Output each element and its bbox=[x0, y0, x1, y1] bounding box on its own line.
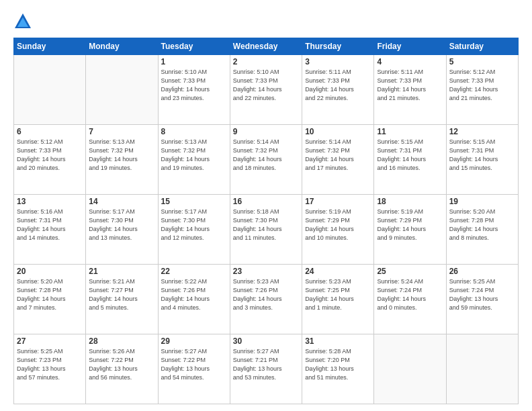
day-number: 6 bbox=[17, 127, 83, 136]
day-info: Sunrise: 5:17 AM Sunset: 7:30 PM Dayligh… bbox=[161, 208, 227, 242]
day-info: Sunrise: 5:12 AM Sunset: 7:33 PM Dayligh… bbox=[17, 138, 83, 173]
day-number: 19 bbox=[449, 197, 515, 206]
calendar-cell: 2Sunrise: 5:10 AM Sunset: 7:33 PM Daylig… bbox=[230, 55, 302, 125]
day-number: 10 bbox=[305, 127, 371, 136]
day-info: Sunrise: 5:27 AM Sunset: 7:22 PM Dayligh… bbox=[161, 347, 227, 382]
day-info: Sunrise: 5:20 AM Sunset: 7:28 PM Dayligh… bbox=[17, 277, 83, 312]
day-number: 26 bbox=[449, 267, 515, 276]
day-info: Sunrise: 5:15 AM Sunset: 7:31 PM Dayligh… bbox=[449, 138, 515, 173]
day-info: Sunrise: 5:10 AM Sunset: 7:33 PM Dayligh… bbox=[233, 68, 299, 103]
calendar-cell bbox=[86, 55, 158, 125]
calendar-cell: 16Sunrise: 5:18 AM Sunset: 7:30 PM Dayli… bbox=[230, 195, 302, 265]
day-number: 22 bbox=[161, 267, 227, 276]
calendar-body: 1Sunrise: 5:10 AM Sunset: 7:33 PM Daylig… bbox=[14, 55, 519, 404]
calendar-cell: 11Sunrise: 5:15 AM Sunset: 7:31 PM Dayli… bbox=[374, 125, 446, 195]
calendar-cell: 23Sunrise: 5:23 AM Sunset: 7:26 PM Dayli… bbox=[230, 265, 302, 334]
calendar-cell: 10Sunrise: 5:14 AM Sunset: 7:32 PM Dayli… bbox=[302, 125, 374, 195]
day-number: 25 bbox=[377, 267, 443, 276]
day-info: Sunrise: 5:18 AM Sunset: 7:30 PM Dayligh… bbox=[233, 208, 299, 242]
calendar-cell: 5Sunrise: 5:12 AM Sunset: 7:33 PM Daylig… bbox=[446, 55, 518, 125]
day-info: Sunrise: 5:25 AM Sunset: 7:23 PM Dayligh… bbox=[17, 347, 83, 382]
day-number: 7 bbox=[89, 127, 154, 136]
day-number: 15 bbox=[161, 197, 227, 206]
day-number: 16 bbox=[233, 197, 299, 206]
calendar-cell: 31Sunrise: 5:28 AM Sunset: 7:20 PM Dayli… bbox=[302, 334, 374, 404]
day-info: Sunrise: 5:14 AM Sunset: 7:32 PM Dayligh… bbox=[233, 138, 299, 173]
day-info: Sunrise: 5:16 AM Sunset: 7:31 PM Dayligh… bbox=[17, 208, 83, 242]
calendar-week-row: 27Sunrise: 5:25 AM Sunset: 7:23 PM Dayli… bbox=[14, 334, 519, 404]
calendar-cell: 20Sunrise: 5:20 AM Sunset: 7:28 PM Dayli… bbox=[14, 265, 86, 334]
day-info: Sunrise: 5:25 AM Sunset: 7:24 PM Dayligh… bbox=[449, 277, 515, 312]
day-number: 24 bbox=[305, 267, 371, 276]
day-info: Sunrise: 5:27 AM Sunset: 7:21 PM Dayligh… bbox=[233, 347, 299, 382]
calendar-cell: 29Sunrise: 5:27 AM Sunset: 7:22 PM Dayli… bbox=[158, 334, 230, 404]
logo bbox=[13, 12, 35, 31]
logo-icon bbox=[13, 12, 32, 31]
calendar-cell: 25Sunrise: 5:24 AM Sunset: 7:24 PM Dayli… bbox=[374, 265, 446, 334]
day-info: Sunrise: 5:11 AM Sunset: 7:33 PM Dayligh… bbox=[305, 68, 371, 103]
calendar: SundayMondayTuesdayWednesdayThursdayFrid… bbox=[13, 38, 519, 404]
day-number: 30 bbox=[233, 336, 299, 346]
day-number: 28 bbox=[89, 336, 154, 346]
day-number: 5 bbox=[449, 57, 515, 66]
weekday-header-cell: Sunday bbox=[14, 38, 86, 55]
calendar-cell: 21Sunrise: 5:21 AM Sunset: 7:27 PM Dayli… bbox=[86, 265, 158, 334]
page: SundayMondayTuesdayWednesdayThursdayFrid… bbox=[0, 0, 532, 411]
day-info: Sunrise: 5:23 AM Sunset: 7:25 PM Dayligh… bbox=[305, 277, 371, 312]
weekday-header-cell: Saturday bbox=[446, 38, 518, 55]
header bbox=[13, 12, 519, 31]
day-number: 2 bbox=[233, 57, 299, 66]
day-info: Sunrise: 5:13 AM Sunset: 7:32 PM Dayligh… bbox=[161, 138, 227, 173]
calendar-cell: 27Sunrise: 5:25 AM Sunset: 7:23 PM Dayli… bbox=[14, 334, 86, 404]
day-info: Sunrise: 5:14 AM Sunset: 7:32 PM Dayligh… bbox=[305, 138, 371, 173]
day-info: Sunrise: 5:10 AM Sunset: 7:33 PM Dayligh… bbox=[161, 68, 227, 103]
weekday-header-cell: Thursday bbox=[302, 38, 374, 55]
calendar-week-row: 20Sunrise: 5:20 AM Sunset: 7:28 PM Dayli… bbox=[14, 265, 519, 334]
weekday-header-cell: Tuesday bbox=[158, 38, 230, 55]
day-info: Sunrise: 5:13 AM Sunset: 7:32 PM Dayligh… bbox=[89, 138, 154, 173]
day-number: 31 bbox=[305, 336, 371, 346]
calendar-cell: 14Sunrise: 5:17 AM Sunset: 7:30 PM Dayli… bbox=[86, 195, 158, 265]
day-number: 1 bbox=[161, 57, 227, 66]
calendar-cell bbox=[374, 334, 446, 404]
day-info: Sunrise: 5:15 AM Sunset: 7:31 PM Dayligh… bbox=[377, 138, 443, 173]
day-info: Sunrise: 5:23 AM Sunset: 7:26 PM Dayligh… bbox=[233, 277, 299, 312]
weekday-header-cell: Wednesday bbox=[230, 38, 302, 55]
day-info: Sunrise: 5:11 AM Sunset: 7:33 PM Dayligh… bbox=[377, 68, 443, 103]
day-info: Sunrise: 5:28 AM Sunset: 7:20 PM Dayligh… bbox=[305, 347, 371, 382]
day-number: 18 bbox=[377, 197, 443, 206]
day-number: 4 bbox=[377, 57, 443, 66]
day-number: 13 bbox=[17, 197, 83, 206]
calendar-cell: 4Sunrise: 5:11 AM Sunset: 7:33 PM Daylig… bbox=[374, 55, 446, 125]
day-number: 8 bbox=[161, 127, 227, 136]
calendar-cell: 12Sunrise: 5:15 AM Sunset: 7:31 PM Dayli… bbox=[446, 125, 518, 195]
calendar-cell: 1Sunrise: 5:10 AM Sunset: 7:33 PM Daylig… bbox=[158, 55, 230, 125]
day-info: Sunrise: 5:19 AM Sunset: 7:29 PM Dayligh… bbox=[377, 208, 443, 242]
calendar-cell: 30Sunrise: 5:27 AM Sunset: 7:21 PM Dayli… bbox=[230, 334, 302, 404]
calendar-cell: 7Sunrise: 5:13 AM Sunset: 7:32 PM Daylig… bbox=[86, 125, 158, 195]
day-number: 23 bbox=[233, 267, 299, 276]
weekday-header: SundayMondayTuesdayWednesdayThursdayFrid… bbox=[14, 38, 519, 55]
day-number: 3 bbox=[305, 57, 371, 66]
calendar-cell: 8Sunrise: 5:13 AM Sunset: 7:32 PM Daylig… bbox=[158, 125, 230, 195]
day-number: 29 bbox=[161, 336, 227, 346]
calendar-cell: 13Sunrise: 5:16 AM Sunset: 7:31 PM Dayli… bbox=[14, 195, 86, 265]
calendar-cell: 18Sunrise: 5:19 AM Sunset: 7:29 PM Dayli… bbox=[374, 195, 446, 265]
day-info: Sunrise: 5:21 AM Sunset: 7:27 PM Dayligh… bbox=[89, 277, 154, 312]
calendar-cell: 3Sunrise: 5:11 AM Sunset: 7:33 PM Daylig… bbox=[302, 55, 374, 125]
calendar-cell: 26Sunrise: 5:25 AM Sunset: 7:24 PM Dayli… bbox=[446, 265, 518, 334]
day-number: 12 bbox=[449, 127, 515, 136]
calendar-cell: 6Sunrise: 5:12 AM Sunset: 7:33 PM Daylig… bbox=[14, 125, 86, 195]
day-info: Sunrise: 5:26 AM Sunset: 7:22 PM Dayligh… bbox=[89, 347, 154, 382]
day-info: Sunrise: 5:19 AM Sunset: 7:29 PM Dayligh… bbox=[305, 208, 371, 242]
calendar-cell: 15Sunrise: 5:17 AM Sunset: 7:30 PM Dayli… bbox=[158, 195, 230, 265]
calendar-cell: 17Sunrise: 5:19 AM Sunset: 7:29 PM Dayli… bbox=[302, 195, 374, 265]
calendar-week-row: 1Sunrise: 5:10 AM Sunset: 7:33 PM Daylig… bbox=[14, 55, 519, 125]
day-number: 27 bbox=[17, 336, 83, 346]
day-number: 20 bbox=[17, 267, 83, 276]
calendar-week-row: 6Sunrise: 5:12 AM Sunset: 7:33 PM Daylig… bbox=[14, 125, 519, 195]
day-info: Sunrise: 5:24 AM Sunset: 7:24 PM Dayligh… bbox=[377, 277, 443, 312]
day-number: 21 bbox=[89, 267, 154, 276]
day-number: 17 bbox=[305, 197, 371, 206]
calendar-cell: 9Sunrise: 5:14 AM Sunset: 7:32 PM Daylig… bbox=[230, 125, 302, 195]
